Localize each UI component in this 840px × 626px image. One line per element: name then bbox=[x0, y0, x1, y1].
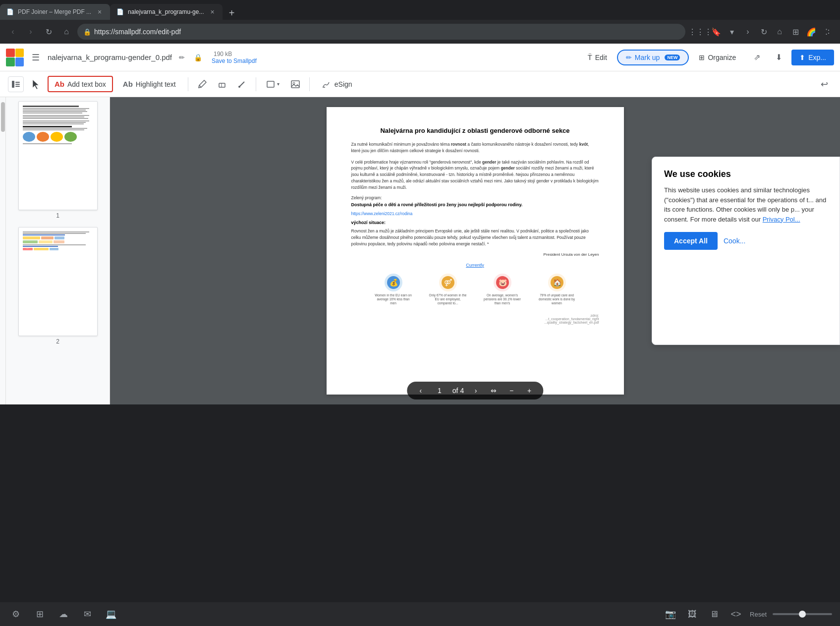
cookie-banner: We use cookies This website uses cookies… bbox=[652, 157, 840, 345]
reset-button[interactable]: Reset bbox=[750, 611, 767, 618]
organize-tab-label: Organize bbox=[708, 54, 736, 61]
thumbnail-2[interactable]: STRAT 2 bbox=[10, 227, 106, 345]
erase-button[interactable] bbox=[214, 76, 230, 92]
pdf-subtitle: výchozí situace: bbox=[351, 220, 599, 225]
dropdown-icon[interactable]: ▾ bbox=[725, 25, 739, 39]
logo-yellow bbox=[15, 49, 24, 57]
app-filename: nalejvarna_k_programu-gender_0.pdf bbox=[48, 53, 172, 61]
lock-doc-icon[interactable]: 🔒 bbox=[191, 51, 205, 64]
home-button[interactable]: ⌂ bbox=[59, 25, 73, 39]
logo-green bbox=[6, 57, 15, 66]
new-tab-button[interactable]: + bbox=[224, 6, 238, 20]
address-bar-row: ‹ › ↻ ⌂ 🔒 https://smallpdf.com/edit-pdf … bbox=[0, 20, 840, 44]
rename-icon[interactable]: ✏ bbox=[175, 51, 189, 64]
draw-button[interactable] bbox=[194, 76, 210, 92]
save-to-smallpdf-link[interactable]: Save to Smallpdf bbox=[212, 57, 257, 64]
home-nav-icon[interactable]: ⌂ bbox=[773, 25, 786, 39]
tab-2[interactable]: 📄 nalejvarna_k_programu-ge... × bbox=[110, 4, 223, 20]
computer-icon[interactable]: 💻 bbox=[103, 606, 119, 622]
cookie-settings-button[interactable]: Cook... bbox=[724, 232, 745, 250]
page-navigation: ‹ of 4 › ⇔ − + bbox=[407, 382, 543, 399]
pdf-paragraph-3: Rovnost žen a mužů je základním principe… bbox=[351, 228, 599, 247]
page-number-input[interactable] bbox=[433, 387, 447, 395]
extension-icon[interactable]: ⁚∶ bbox=[820, 25, 834, 39]
browser-chrome: 📄 PDF Joiner – Merge PDF ... × 📄 nalejva… bbox=[0, 0, 840, 44]
svg-line-8 bbox=[239, 82, 244, 87]
page-fit-button[interactable]: ⇔ bbox=[488, 385, 500, 397]
highlight-text-button[interactable]: Ab Highlight text bbox=[117, 77, 182, 91]
export-button[interactable]: ⬆ Exp... bbox=[791, 50, 834, 65]
image-icon bbox=[290, 80, 300, 89]
page-next-button[interactable]: › bbox=[470, 385, 482, 397]
hamburger-button[interactable]: ☰ bbox=[28, 50, 44, 65]
split-view-icon[interactable]: ⊞ bbox=[788, 25, 802, 39]
separator-3 bbox=[309, 77, 310, 91]
scroll-thumb[interactable] bbox=[1, 102, 5, 132]
cursor-button[interactable] bbox=[28, 76, 44, 92]
bottom-bar: ⚙ ⊞ ☁ ✉ 💻 📷 🖼 🖥 <> Reset bbox=[0, 602, 840, 626]
image-button[interactable] bbox=[287, 76, 303, 92]
pdf-icon-1-circle: 💰 bbox=[385, 274, 402, 291]
zoom-slider[interactable] bbox=[773, 613, 832, 615]
tab-2-close[interactable]: × bbox=[208, 7, 217, 16]
zoom-thumb[interactable] bbox=[799, 611, 806, 618]
color-icon[interactable]: 🌈 bbox=[804, 25, 818, 39]
export-label: Exp... bbox=[808, 54, 826, 61]
esign-button[interactable]: eSign bbox=[316, 77, 358, 92]
pen-button[interactable] bbox=[234, 76, 250, 92]
forward-nav-icon[interactable]: › bbox=[741, 25, 755, 39]
code-icon[interactable]: <> bbox=[728, 606, 744, 622]
cookie-privacy-link[interactable]: Privacy Pol... bbox=[763, 216, 800, 223]
forward-button[interactable]: › bbox=[24, 25, 38, 39]
settings-icon[interactable]: ⚙ bbox=[8, 606, 24, 622]
menu-icon[interactable]: ⋮⋮⋮ bbox=[693, 25, 707, 39]
separator-2 bbox=[256, 77, 256, 91]
page-prev-button[interactable]: ‹ bbox=[415, 385, 427, 397]
tab-organize[interactable]: ⊞ Organize bbox=[691, 51, 744, 64]
thumbnail-1-preview bbox=[18, 101, 98, 210]
svg-rect-3 bbox=[15, 86, 20, 87]
erase-icon bbox=[218, 80, 226, 89]
add-text-box-icon: Ab bbox=[55, 80, 64, 88]
share-button[interactable]: ⇗ bbox=[748, 49, 766, 66]
refresh-button[interactable]: ↻ bbox=[42, 25, 56, 39]
cookie-accept-button[interactable]: Accept All bbox=[664, 232, 718, 250]
zoom-in-button[interactable]: + bbox=[523, 385, 535, 397]
export-icon: ⬆ bbox=[799, 54, 805, 61]
shape-icon bbox=[266, 80, 276, 89]
svg-text:🐷: 🐷 bbox=[498, 279, 507, 287]
back-button[interactable]: ‹ bbox=[6, 25, 20, 39]
svg-rect-6 bbox=[219, 83, 225, 87]
add-text-box-button[interactable]: Ab Add text box bbox=[48, 76, 113, 92]
tab-markup[interactable]: ✏ Mark up NEW bbox=[617, 50, 689, 65]
zoom-out-button[interactable]: − bbox=[505, 385, 517, 397]
pdf-icons-row: 💰 Women in the EU earn on average 16% le… bbox=[351, 274, 599, 306]
mail-icon[interactable]: ✉ bbox=[79, 606, 95, 622]
pdf-link: https://www.zeleni2021.cz/rodina bbox=[351, 211, 599, 216]
tab-1[interactable]: 📄 PDF Joiner – Merge PDF ... × bbox=[0, 4, 110, 20]
sidebar-toggle-button[interactable] bbox=[8, 76, 24, 92]
grid-icon[interactable]: ⊞ bbox=[32, 606, 48, 622]
svg-rect-10 bbox=[267, 81, 274, 87]
shape-button[interactable]: ▾ bbox=[262, 78, 283, 91]
edit-tab-icon: T̈ bbox=[588, 54, 592, 61]
monitor-icon[interactable]: 🖥 bbox=[706, 606, 722, 622]
svg-marker-4 bbox=[33, 80, 39, 89]
svg-point-9 bbox=[238, 86, 240, 88]
tab-edit[interactable]: T̈ Edit bbox=[580, 51, 615, 64]
svg-rect-2 bbox=[15, 84, 20, 85]
cloud-icon[interactable]: ☁ bbox=[56, 606, 71, 622]
sidebar-icon bbox=[12, 81, 20, 88]
undo-button[interactable]: ↩ bbox=[816, 76, 832, 92]
camera-icon[interactable]: 📷 bbox=[663, 606, 678, 622]
refresh-nav-icon[interactable]: ↻ bbox=[757, 25, 771, 39]
image-bottom-icon[interactable]: 🖼 bbox=[684, 606, 700, 622]
tab-1-close[interactable]: × bbox=[95, 7, 104, 16]
download-button[interactable]: ⬇ bbox=[770, 49, 787, 66]
pdf-icon-2-circle: ⚤ bbox=[439, 274, 457, 291]
thumbnail-1[interactable]: 1 bbox=[10, 101, 106, 219]
zoom-control bbox=[773, 613, 832, 615]
pdf-quote-author: President Ursula von der Leyen bbox=[351, 252, 599, 257]
bookmark-icon[interactable]: 🔖 bbox=[709, 25, 723, 39]
address-box[interactable]: 🔒 https://smallpdf.com/edit-pdf bbox=[77, 24, 685, 40]
